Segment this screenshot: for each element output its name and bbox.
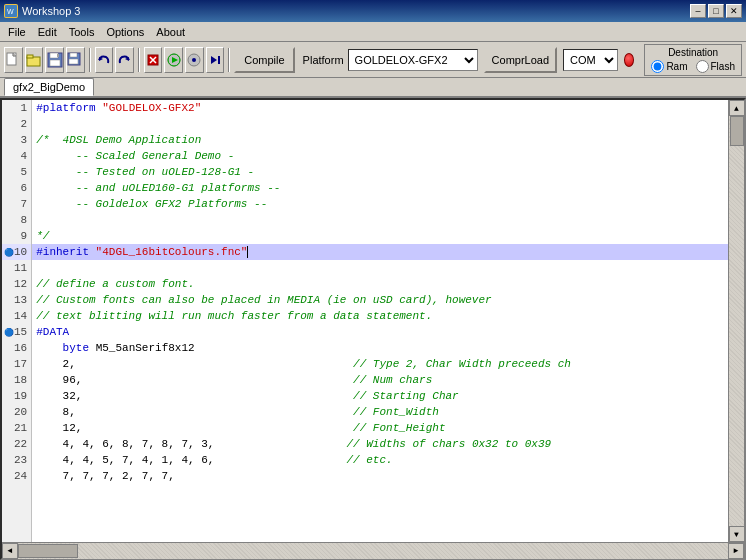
svg-rect-14 — [69, 59, 78, 64]
line-number-20: 20 — [2, 404, 31, 420]
line-number-22: 22 — [2, 436, 31, 452]
code-line-5: -- Tested on uOLED-128-G1 - — [32, 164, 728, 180]
line-number-12: 12 — [2, 276, 31, 292]
maximize-button[interactable]: □ — [708, 4, 724, 18]
menu-tools[interactable]: Tools — [63, 22, 101, 41]
code-line-8 — [32, 212, 728, 228]
close-button[interactable]: ✕ — [726, 4, 742, 18]
line-number-23: 23 — [2, 452, 31, 468]
line-number-21: 21 — [2, 420, 31, 436]
scroll-right-arrow[interactable]: ► — [728, 543, 744, 559]
debug-button[interactable] — [185, 47, 204, 73]
line-number-24: 24 — [2, 468, 31, 484]
com-select[interactable]: COM 3 COM 1 COM 2 COM 4 — [563, 49, 618, 71]
code-line-16: byte M5_5anSerif8x12 — [32, 340, 728, 356]
run-button[interactable] — [164, 47, 183, 73]
code-line-20: 8, // Font_Width — [32, 404, 728, 420]
line-number-5: 5 — [2, 164, 31, 180]
line-number-3: 3 — [2, 132, 31, 148]
menu-options[interactable]: Options — [100, 22, 150, 41]
code-line-22: 4, 4, 6, 8, 7, 8, 7, 3, // Widths of cha… — [32, 436, 728, 452]
svg-rect-26 — [218, 56, 220, 64]
code-line-10: #inherit "4DGL_16bitColours.fnc" — [32, 244, 728, 260]
platform-label: Platform — [303, 54, 344, 66]
code-line-17: 2, // Type 2, Char Width preceeds ch — [32, 356, 728, 372]
line-number-6: 6 — [2, 180, 31, 196]
svg-rect-13 — [70, 53, 77, 57]
platform-select[interactable]: GOLDELOX-GFX2 PICASO DIABLO16 — [348, 49, 478, 71]
code-line-23: 4, 4, 5, 7, 4, 1, 4, 6, // etc. — [32, 452, 728, 468]
separator-1 — [89, 48, 91, 72]
svg-text:W: W — [7, 8, 14, 15]
flash-option[interactable]: Flash — [696, 60, 735, 73]
menu-edit[interactable]: Edit — [32, 22, 63, 41]
connection-indicator — [624, 53, 634, 67]
app-icon: W — [4, 4, 18, 18]
line-number-7: 7 — [2, 196, 31, 212]
separator-2 — [138, 48, 140, 72]
line-numbers: 123456789🔵1011121314🔵1516171819202122232… — [2, 100, 32, 542]
scroll-track[interactable] — [729, 116, 745, 526]
code-line-1: #platform "GOLDELOX-GFX2" — [32, 100, 728, 116]
comprload-button[interactable]: ComprLoad — [484, 47, 557, 73]
line-number-4: 4 — [2, 148, 31, 164]
ram-option[interactable]: Ram — [651, 60, 687, 73]
line-number-13: 13 — [2, 292, 31, 308]
line-number-19: 19 — [2, 388, 31, 404]
code-line-18: 96, // Num chars — [32, 372, 728, 388]
code-line-11 — [32, 260, 728, 276]
line-number-1: 1 — [2, 100, 31, 116]
tab-bar: gfx2_BigDemo — [0, 78, 746, 98]
code-line-3: /* 4DSL Demo Application — [32, 132, 728, 148]
new-button[interactable] — [4, 47, 23, 73]
svg-rect-7 — [27, 55, 33, 58]
tab-gfx2-bigdemo[interactable]: gfx2_BigDemo — [4, 78, 94, 96]
undo-button[interactable] — [95, 47, 114, 73]
saveall-button[interactable] — [66, 47, 85, 73]
line-number-17: 17 — [2, 356, 31, 372]
menu-file[interactable]: File — [2, 22, 32, 41]
line-number-11: 11 — [2, 260, 31, 276]
code-area[interactable]: #platform "GOLDELOX-GFX2"/* 4DSL Demo Ap… — [32, 100, 728, 542]
code-line-12: // define a custom font. — [32, 276, 728, 292]
svg-rect-11 — [57, 54, 59, 57]
separator-3 — [228, 48, 230, 72]
redo-button[interactable] — [115, 47, 134, 73]
line-number-10: 🔵10 — [2, 244, 31, 260]
code-line-9: */ — [32, 228, 728, 244]
vertical-scrollbar[interactable]: ▲ ▼ — [728, 100, 744, 542]
line-number-15: 🔵15 — [2, 324, 31, 340]
horizontal-scrollbar[interactable]: ◄ ► — [2, 542, 744, 558]
minimize-button[interactable]: – — [690, 4, 706, 18]
scroll-thumb[interactable] — [730, 116, 744, 146]
hscroll-thumb[interactable] — [18, 544, 78, 558]
scroll-up-arrow[interactable]: ▲ — [729, 100, 745, 116]
destination-label: Destination — [651, 47, 735, 58]
line-number-9: 9 — [2, 228, 31, 244]
main-content: 123456789🔵1011121314🔵1516171819202122232… — [0, 98, 746, 560]
scroll-left-arrow[interactable]: ◄ — [2, 543, 18, 559]
code-line-15: #DATA — [32, 324, 728, 340]
step-button[interactable] — [206, 47, 225, 73]
code-line-6: -- and uOLED160-G1 platforms -- — [32, 180, 728, 196]
open-button[interactable] — [25, 47, 44, 73]
code-line-21: 12, // Font_Height — [32, 420, 728, 436]
hscroll-track[interactable] — [18, 543, 728, 559]
menu-bar: File Edit Tools Options About — [0, 22, 746, 42]
title-bar-controls[interactable]: – □ ✕ — [690, 4, 742, 18]
title-bar-left: W Workshop 3 — [4, 4, 81, 18]
line-number-2: 2 — [2, 116, 31, 132]
stop-button[interactable] — [144, 47, 163, 73]
destination-options[interactable]: Ram Flash — [651, 60, 735, 73]
scroll-down-arrow[interactable]: ▼ — [729, 526, 745, 542]
svg-rect-9 — [50, 53, 58, 58]
save-button[interactable] — [45, 47, 64, 73]
destination-box: Destination Ram Flash — [644, 44, 742, 76]
compile-button[interactable]: Compile — [234, 47, 294, 73]
line-number-16: 16 — [2, 340, 31, 356]
toolbar: Compile Platform GOLDELOX-GFX2 PICASO DI… — [0, 42, 746, 78]
svg-point-24 — [192, 58, 196, 62]
line-number-18: 18 — [2, 372, 31, 388]
menu-about[interactable]: About — [150, 22, 191, 41]
code-line-13: // Custom fonts can also be placed in ME… — [32, 292, 728, 308]
